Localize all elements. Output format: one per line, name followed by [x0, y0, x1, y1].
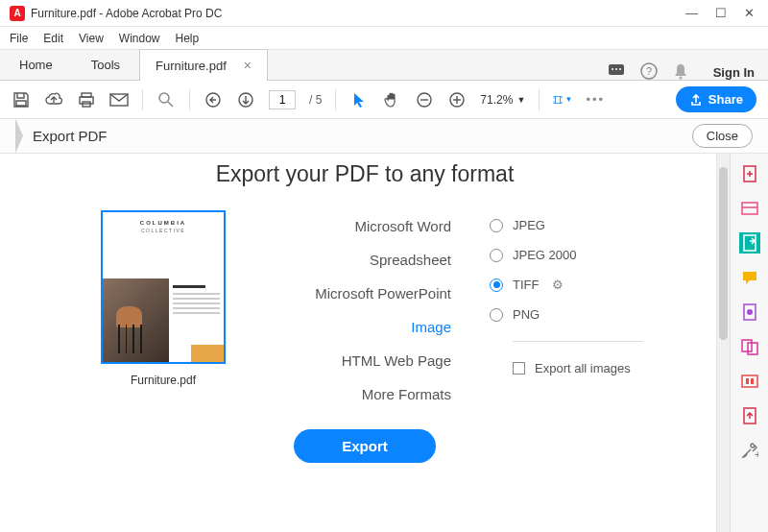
- hand-tool-icon[interactable]: [382, 90, 401, 109]
- export-all-checkbox[interactable]: Export all images: [513, 361, 643, 375]
- more-tools-icon[interactable]: •••: [586, 90, 605, 109]
- close-window-button[interactable]: ✕: [744, 6, 755, 20]
- format-html[interactable]: HTML Web Page: [342, 352, 451, 369]
- create-pdf-icon[interactable]: [739, 163, 760, 184]
- breadcrumb-chevron: [15, 119, 23, 154]
- thumb-brand2: COLLECTIVE: [110, 228, 216, 233]
- more-tools-icon[interactable]: +: [739, 440, 760, 461]
- menu-file[interactable]: File: [10, 32, 28, 45]
- document-thumbnail[interactable]: COLUMBIA COLLECTIVE: [101, 210, 226, 364]
- right-toolbar: +: [730, 154, 768, 532]
- svg-text:?: ?: [646, 65, 652, 77]
- select-tool-icon[interactable]: [349, 90, 369, 109]
- page-heading: Export your PDF to any format: [216, 161, 515, 187]
- thumbnail-column: COLUMBIA COLLECTIVE: [86, 210, 240, 387]
- options-list: JPEG JPEG 2000 TIFF⚙ PNG Export all imag…: [490, 210, 643, 375]
- format-powerpoint[interactable]: Microsoft PowerPoint: [315, 285, 451, 302]
- tab-tools[interactable]: Tools: [72, 50, 139, 80]
- save-icon[interactable]: [12, 90, 31, 109]
- sign-in-link[interactable]: Sign In: [700, 65, 768, 80]
- format-more[interactable]: More Formats: [362, 386, 451, 402]
- comment-icon[interactable]: [739, 267, 760, 288]
- thumb-brand1: COLUMBIA: [110, 220, 216, 226]
- organize-icon[interactable]: [739, 302, 760, 323]
- zoom-dropdown[interactable]: 71.2%▼: [480, 93, 525, 107]
- svg-point-1: [612, 68, 613, 70]
- combine-icon[interactable]: [739, 336, 760, 357]
- format-word[interactable]: Microsoft Word: [354, 218, 451, 234]
- edit-pdf-icon[interactable]: [739, 198, 760, 219]
- svg-point-26: [747, 309, 753, 315]
- workspace: Export your PDF to any format COLUMBIA C…: [0, 154, 730, 532]
- share-button[interactable]: Share: [676, 86, 756, 112]
- search-icon[interactable]: [156, 90, 176, 109]
- chat-icon[interactable]: [608, 63, 625, 79]
- zoom-out-icon[interactable]: [415, 90, 434, 109]
- svg-rect-28: [748, 343, 757, 354]
- app-icon: A: [10, 6, 25, 21]
- format-image[interactable]: Image: [411, 319, 451, 335]
- svg-point-2: [615, 68, 617, 70]
- svg-rect-22: [742, 203, 757, 214]
- protect-icon[interactable]: [739, 371, 760, 392]
- tab-document[interactable]: Furniture.pdf ×: [139, 49, 268, 81]
- window-title: Furniture.pdf - Adobe Acrobat Pro DC: [31, 7, 685, 20]
- option-tiff[interactable]: TIFF⚙: [490, 278, 643, 292]
- svg-point-11: [159, 93, 169, 103]
- gear-icon[interactable]: ⚙: [552, 278, 564, 292]
- options-divider: [513, 341, 643, 342]
- radio-icon: [490, 308, 503, 322]
- checkbox-icon: [513, 362, 525, 375]
- svg-rect-20: [556, 96, 561, 103]
- cloud-icon[interactable]: [44, 90, 63, 109]
- radio-icon: [490, 278, 503, 292]
- svg-rect-30: [746, 378, 749, 384]
- share-icon: [689, 93, 703, 107]
- svg-rect-31: [751, 378, 754, 384]
- prev-page-icon[interactable]: [204, 90, 223, 109]
- radio-icon: [490, 219, 503, 232]
- radio-icon: [490, 249, 503, 262]
- tab-document-label: Furniture.pdf: [156, 59, 227, 73]
- menubar: File Edit View Window Help: [0, 27, 768, 50]
- toolbar: / 5 71.2%▼ ▼ ••• Share: [0, 81, 768, 119]
- scrollbar-thumb[interactable]: [719, 167, 728, 340]
- thumb-text-area: [169, 278, 224, 363]
- menu-window[interactable]: Window: [119, 32, 160, 45]
- close-panel-button[interactable]: Close: [692, 124, 753, 148]
- menu-view[interactable]: View: [79, 32, 104, 45]
- svg-rect-29: [742, 375, 757, 387]
- option-jpeg[interactable]: JPEG: [490, 218, 643, 232]
- panel-title: Export PDF: [33, 128, 108, 144]
- svg-rect-27: [742, 340, 752, 351]
- mail-icon[interactable]: [109, 90, 129, 109]
- export-button[interactable]: Export: [294, 429, 436, 463]
- svg-point-3: [619, 68, 621, 70]
- minimize-button[interactable]: —: [685, 6, 698, 20]
- next-page-icon[interactable]: [236, 90, 255, 109]
- print-icon[interactable]: [77, 90, 96, 109]
- option-png[interactable]: PNG: [490, 307, 643, 322]
- scrollbar[interactable]: [716, 154, 730, 532]
- maximize-button[interactable]: ☐: [715, 6, 727, 20]
- tab-home[interactable]: Home: [0, 50, 72, 80]
- tab-close-icon[interactable]: ×: [244, 58, 252, 73]
- help-icon[interactable]: ?: [640, 62, 658, 80]
- bell-icon[interactable]: [673, 62, 688, 80]
- zoom-in-icon[interactable]: [447, 90, 467, 109]
- share-label: Share: [708, 92, 743, 107]
- svg-rect-8: [80, 97, 93, 104]
- menu-help[interactable]: Help: [176, 32, 200, 45]
- option-jpeg2000[interactable]: JPEG 2000: [490, 248, 643, 262]
- svg-line-12: [168, 102, 173, 107]
- thumbnail-filename: Furniture.pdf: [131, 374, 196, 387]
- thumb-image: [103, 278, 169, 363]
- svg-point-6: [679, 77, 682, 80]
- page-number-input[interactable]: [269, 90, 296, 109]
- export-pdf-icon[interactable]: [739, 232, 760, 254]
- format-spreadsheet[interactable]: Spreadsheet: [370, 252, 451, 268]
- menu-edit[interactable]: Edit: [43, 32, 63, 45]
- svg-text:+: +: [755, 448, 758, 459]
- optimize-icon[interactable]: [739, 405, 760, 426]
- fit-page-icon[interactable]: ▼: [553, 90, 572, 109]
